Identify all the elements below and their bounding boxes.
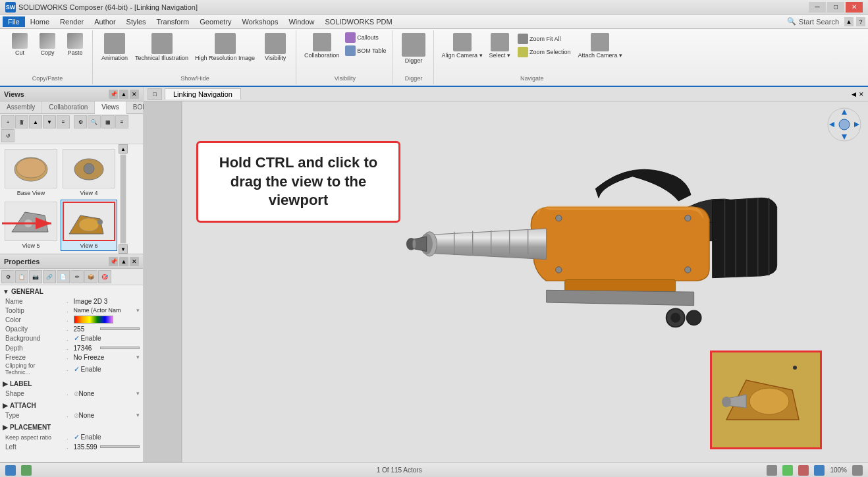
viewport-tab-main[interactable]: Linking Navigation xyxy=(165,88,241,99)
background-checkbox[interactable]: ✓ Enable xyxy=(74,334,101,343)
select-button[interactable]: Select ▾ xyxy=(487,32,514,61)
attach-section-header[interactable]: ▶ ATTACH xyxy=(3,401,142,410)
ribbon-collapse-btn[interactable]: ▲ xyxy=(844,17,854,26)
visibility-button[interactable]: Visibility xyxy=(259,32,292,63)
properties-panel-controls[interactable]: 📌 ▲ ✕ xyxy=(109,257,139,266)
view-up-btn[interactable]: ▲ xyxy=(29,115,42,128)
tab-views[interactable]: Views xyxy=(95,101,126,114)
view-item-4[interactable]: View 4 xyxy=(61,147,117,198)
view-sort-btn[interactable]: ≡ xyxy=(57,115,70,128)
digger-button[interactable]: Digger xyxy=(399,32,428,66)
view-list-btn[interactable]: ≡ xyxy=(115,115,128,128)
technical-illustration-button[interactable]: Technical Illustration xyxy=(132,32,191,63)
align-camera-button[interactable]: Align Camera ▾ xyxy=(439,32,485,61)
props-expand-btn[interactable]: ▲ xyxy=(119,257,128,266)
props-row-left: Left . 135.599 xyxy=(3,442,142,450)
paste-icon xyxy=(67,33,83,49)
menu-window[interactable]: Window xyxy=(283,16,319,27)
view-down-btn[interactable]: ▼ xyxy=(43,115,56,128)
zoom-selection-button[interactable]: Zoom Selection xyxy=(516,46,573,58)
general-section-header[interactable]: ▼ GENERAL xyxy=(3,287,142,296)
props-btn-2[interactable]: 📋 xyxy=(15,270,28,283)
menu-geometry[interactable]: Geometry xyxy=(194,16,236,27)
maximize-button[interactable]: □ xyxy=(827,2,844,13)
help-btn[interactable]: ? xyxy=(856,17,865,26)
props-btn-8[interactable]: 🎯 xyxy=(98,270,111,283)
paste-button[interactable]: Paste xyxy=(62,32,88,58)
status-right-icon-5 xyxy=(852,465,863,476)
svg-point-37 xyxy=(686,310,701,325)
tab-assembly[interactable]: Assembly xyxy=(0,101,42,113)
title-bar-controls[interactable]: ─ □ ✕ xyxy=(809,2,863,13)
clipping-checkbox[interactable]: ✓ Enable xyxy=(74,365,101,374)
props-btn-6[interactable]: ✏ xyxy=(70,270,84,283)
opacity-slider[interactable] xyxy=(100,327,140,330)
bom-table-button[interactable]: BOM Table xyxy=(343,45,388,57)
viewport-canvas[interactable]: Hold CTRL and click to drag the view to … xyxy=(144,101,868,463)
collaboration-button[interactable]: Collaboration xyxy=(302,32,342,61)
view-thumb-4 xyxy=(63,149,115,188)
props-label-keep-aspect: Keep aspect ratio xyxy=(5,434,61,441)
view-item-base[interactable]: Base View xyxy=(3,147,59,198)
menu-home[interactable]: Home xyxy=(25,16,55,27)
props-btn-7[interactable]: 📦 xyxy=(84,270,97,283)
animation-button[interactable]: Animation xyxy=(98,32,131,63)
close-button[interactable]: ✕ xyxy=(846,2,863,13)
props-btn-4[interactable]: 🔗 xyxy=(43,270,56,283)
color-swatch[interactable] xyxy=(74,316,113,323)
views-pin-btn[interactable]: 📌 xyxy=(109,90,118,99)
view-filter-btn[interactable]: 🔍 xyxy=(88,115,101,128)
svg-point-19 xyxy=(685,267,691,273)
views-close-btn[interactable]: ✕ xyxy=(130,90,139,99)
scroll-down-btn[interactable]: ▼ xyxy=(119,244,128,254)
scroll-up-btn[interactable]: ▲ xyxy=(119,144,128,154)
status-center: 1 Of 115 Actors xyxy=(377,466,422,474)
label-collapse-icon: ▶ xyxy=(3,380,8,387)
menu-author[interactable]: Author xyxy=(89,16,121,27)
search-label[interactable]: Start Search xyxy=(799,18,839,26)
menu-styles[interactable]: Styles xyxy=(121,16,151,27)
props-value-type: None xyxy=(79,412,136,419)
tab-collaboration[interactable]: Collaboration xyxy=(42,101,95,113)
view-refresh-btn[interactable]: ↺ xyxy=(1,129,14,142)
props-pin-btn[interactable]: 📌 xyxy=(109,257,118,266)
menu-transform[interactable]: Transform xyxy=(151,16,195,27)
delete-view-btn[interactable]: 🗑 xyxy=(15,115,28,128)
new-view-btn[interactable]: + xyxy=(1,115,14,128)
views-scrollbar[interactable]: ▲ ▼ xyxy=(120,144,126,254)
props-close-btn[interactable]: ✕ xyxy=(130,257,139,266)
menu-file[interactable]: File xyxy=(3,16,25,27)
svg-point-9 xyxy=(79,218,99,231)
keep-aspect-checkbox[interactable]: ✓ Enable xyxy=(74,433,101,441)
status-right-icon-2 xyxy=(782,465,793,476)
depth-slider[interactable] xyxy=(100,347,140,349)
menu-render[interactable]: Render xyxy=(55,16,89,27)
label-section-header[interactable]: ▶ LABEL xyxy=(3,379,142,389)
viewport-close-tab[interactable]: ✕ xyxy=(859,91,864,98)
copy-button[interactable]: Copy xyxy=(34,32,61,58)
props-btn-5[interactable]: 📄 xyxy=(57,270,70,283)
attach-camera-button[interactable]: Attach Camera ▾ xyxy=(576,32,626,61)
viewport-inner[interactable]: Hold CTRL and click to drag the view to … xyxy=(183,101,868,463)
view-grid-btn[interactable]: ▦ xyxy=(101,115,115,128)
viewport-icon-btn[interactable]: □ xyxy=(148,88,162,100)
menu-workshops[interactable]: Workshops xyxy=(237,16,284,27)
high-resolution-button[interactable]: High Resolution Image xyxy=(192,32,258,63)
view-item-6[interactable]: View 6 xyxy=(61,200,117,251)
cut-button[interactable]: Cut xyxy=(7,32,33,58)
props-btn-1[interactable]: ⚙ xyxy=(1,270,14,283)
menu-solidworks-pdm[interactable]: SOLIDWORKS PDM xyxy=(320,16,398,27)
left-slider[interactable] xyxy=(100,445,140,448)
views-panel-controls[interactable]: 📌 ▲ ✕ xyxy=(109,90,139,99)
zoom-fit-all-button[interactable]: Zoom Fit All xyxy=(516,33,573,45)
placement-section-header[interactable]: ▶ PLACEMENT xyxy=(3,422,142,432)
minimize-button[interactable]: ─ xyxy=(809,2,826,13)
viewport-scroll-left[interactable]: ◀ xyxy=(852,91,856,98)
props-row-type: Type . ⊘ None ▾ xyxy=(3,410,142,420)
view-props-btn[interactable]: ⚙ xyxy=(74,115,87,128)
mini-viewport[interactable] xyxy=(710,351,822,449)
views-expand-btn[interactable]: ▲ xyxy=(119,90,128,99)
props-btn-3[interactable]: 📷 xyxy=(29,270,42,283)
props-row-keep-aspect: Keep aspect ratio . ✓ Enable xyxy=(3,432,142,442)
callouts-button[interactable]: Callouts xyxy=(343,32,388,43)
